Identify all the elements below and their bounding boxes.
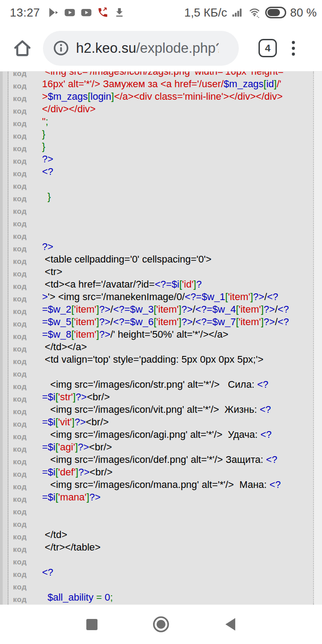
code-gutter-label: код (13, 368, 27, 381)
code-line (42, 216, 312, 228)
youtube-icon (64, 7, 76, 18)
code-line (42, 504, 312, 516)
missed-call-icon (97, 7, 109, 18)
network-speed: 1,5 КБ/с (184, 6, 227, 20)
code-gutter-label: код (13, 531, 27, 543)
wifi-icon (248, 7, 261, 18)
tab-switcher-button[interactable]: 4 (258, 39, 277, 57)
battery-icon (265, 7, 286, 18)
code-line: =$w_2['item']?>/<?=$w_3['item']?>/<?=$w_… (42, 303, 312, 316)
code-gutter-label: код (13, 381, 27, 393)
code-line: <img src='/images/icon/agi.png' alt='*'/… (42, 428, 312, 441)
battery-percent: 80 % (290, 6, 317, 20)
code-gutter-label: код (13, 168, 27, 180)
code-gutter-label: код (13, 118, 27, 130)
code-block-left-border (0, 72, 8, 605)
code-line: </td></a> (42, 341, 312, 353)
code-gutter-label: код (13, 406, 27, 418)
browser-toolbar: h2.keo.su/explode.php? 4 (0, 25, 322, 72)
code-line: <tr> (42, 266, 312, 278)
code-gutter-label: код (13, 468, 27, 481)
code-line: =$i['vit']?><br/> (42, 416, 312, 428)
code-gutter-label: код (13, 556, 27, 568)
status-bar: 13:27 1,5 КБ/с (0, 0, 322, 25)
code-line: 16px' alt='*'/> Замужем за <a href='/use… (42, 78, 312, 90)
code-gutter-label: код (13, 130, 27, 143)
home-button[interactable] (12, 38, 33, 59)
menu-button[interactable] (291, 40, 296, 56)
code-line: <td valign='top' style='padding: 5px 0px… (42, 353, 312, 366)
back-triangle-icon (225, 617, 236, 631)
code-line: } (42, 191, 312, 203)
android-navbar (0, 605, 322, 644)
code-gutter-label: код (13, 543, 27, 556)
code-gutter-label: код (13, 255, 27, 268)
code-line: =$w_5['item']?>/<?=$w_6['item']?>/<?=$w_… (42, 316, 312, 328)
clock: 13:27 (10, 6, 40, 20)
youtube-icon (80, 7, 92, 18)
code-block: кодкодкодкодкодкодкодкодкодкодкодкодкодк… (9, 72, 312, 605)
back-button[interactable] (225, 617, 236, 631)
code-gutter-label: код (13, 593, 27, 605)
code-line: >'> <img src='/manekenImage/0/<?=$w_1['i… (42, 291, 312, 303)
code-block-right-border (313, 72, 322, 605)
code-gutter-label: код (13, 456, 27, 468)
phone-screen: 13:27 1,5 КБ/с (0, 0, 322, 644)
code-gutter-label: код (13, 506, 27, 518)
code-gutter-label: код (13, 393, 27, 406)
code-line: <img src='/images/icon/def.png' alt='*'/… (42, 453, 312, 466)
code-line: </td> (42, 529, 312, 541)
url-clipped-char: ? (216, 40, 219, 56)
code-line: } (42, 140, 312, 153)
code-line (42, 366, 312, 378)
url-path: /explode.php (136, 40, 216, 56)
code-line: ?> (42, 153, 312, 165)
code-line: =$i['mana']?> (42, 491, 312, 504)
url-domain: h2.keo.su (76, 40, 136, 56)
code-line: <img src='/images/icon/zagsl.png' width=… (42, 72, 312, 78)
code-gutter-label: код (13, 481, 27, 493)
code-gutter-label: код (13, 493, 27, 506)
code-line (42, 579, 312, 591)
download-icon (114, 7, 125, 18)
recents-button[interactable] (86, 619, 97, 630)
code-gutter-label: код (13, 318, 27, 330)
code-line: "; (42, 115, 312, 128)
code-line (42, 203, 312, 216)
code-gutter-label: код (13, 72, 27, 80)
tab-count: 4 (265, 42, 270, 54)
code-gutter-label: код (13, 230, 27, 243)
code-gutter-label: код (13, 218, 27, 230)
code-line: <table cellpadding='0' cellspacing='0'> (42, 253, 312, 266)
home-nav-button[interactable] (152, 615, 170, 633)
page-content[interactable]: кодкодкодкодкодкодкодкодкодкодкодкодкодк… (0, 72, 322, 605)
code-line: <? (42, 165, 312, 178)
address-bar[interactable]: h2.keo.su/explode.php? (43, 31, 239, 66)
code-line: =$i['def']?><br/> (42, 466, 312, 479)
code-gutter-label: код (13, 243, 27, 255)
battery-fill (267, 9, 280, 16)
code-gutter: кодкодкодкодкодкодкодкодкодкодкодкодкодк… (13, 72, 27, 605)
code-line (42, 178, 312, 191)
recents-square-icon (86, 619, 97, 630)
code-gutter-label: код (13, 268, 27, 280)
code-gutter-label: код (13, 280, 27, 293)
code-gutter-label: код (13, 330, 27, 343)
code-line: </div></div> (42, 103, 312, 115)
code-line: =$i['str']?><br/> (42, 391, 312, 403)
code-gutter-label: код (13, 568, 27, 581)
page-info-icon[interactable] (53, 40, 69, 56)
code-line: } (42, 128, 312, 140)
code-gutter-label: код (13, 356, 27, 368)
status-left-cluster: 13:27 (10, 6, 125, 20)
code-line: ?> (42, 241, 312, 253)
code-line: <img src='/images/icon/str.png' alt='*'/… (42, 378, 312, 391)
code-line: >$m_zags[login]</a><div class='mini-line… (42, 90, 312, 103)
code-line: <? (42, 566, 312, 579)
code-line: </tr></table> (42, 541, 312, 554)
code-gutter-label: код (13, 443, 27, 456)
code-gutter-label: код (13, 518, 27, 531)
code-gutter-label: код (13, 193, 27, 205)
code-gutter-label: код (13, 293, 27, 305)
code-gutter-label: код (13, 343, 27, 356)
